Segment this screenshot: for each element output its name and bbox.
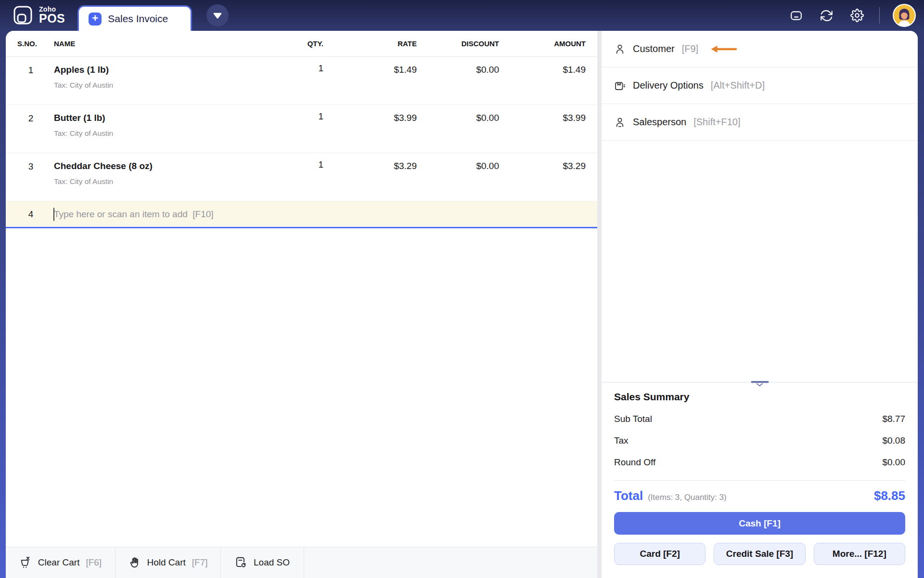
clear-cart-shortcut: [F6]: [86, 557, 102, 568]
salesperson-icon: [614, 117, 626, 128]
zoho-pos-logo-text: Zoho POS: [39, 6, 65, 24]
item-tax: Tax: City of Austin: [54, 177, 270, 186]
avatar[interactable]: [892, 3, 916, 27]
payment-buttons-row: Card [F2] Credit Sale [F3] More... [F12]: [614, 543, 905, 565]
item-amount: $1.49: [499, 65, 586, 105]
roundoff-value: $0.00: [882, 457, 905, 468]
total-label: Total: [614, 488, 643, 503]
zoho-pos-logo: Zoho POS: [13, 5, 65, 26]
col-name: NAME: [44, 39, 270, 48]
tab-sales-invoice[interactable]: + Sales Invoice: [77, 5, 192, 31]
subtotal-label: Sub Total: [614, 414, 652, 424]
table-row[interactable]: 3 Cheddar Cheese (8 oz) Tax: City of Aus…: [6, 153, 597, 201]
item-rate: $3.29: [323, 161, 417, 201]
more-button[interactable]: More... [F12]: [814, 543, 905, 565]
sales-summary-title: Sales Summary: [614, 391, 905, 403]
invoice-panel: S.NO. NAME QTY. RATE DISCOUNT AMOUNT 1 A…: [6, 31, 597, 578]
col-sno: S.NO.: [17, 39, 44, 48]
delivery-icon: [614, 80, 626, 92]
item-tax: Tax: City of Austin: [54, 81, 270, 90]
new-item-row: 4: [6, 201, 597, 228]
item-amount: $3.99: [499, 113, 586, 153]
card-button[interactable]: Card [F2]: [614, 543, 706, 565]
tax-label: Tax: [614, 435, 629, 446]
clear-cart-button[interactable]: Clear Cart [F6]: [6, 547, 116, 578]
customer-option[interactable]: Customer [F9]: [602, 31, 918, 67]
col-rate: RATE: [323, 39, 417, 48]
col-discount: DISCOUNT: [417, 39, 499, 48]
clear-cart-label: Clear Cart: [38, 557, 80, 568]
subtotal-row: Sub Total $8.77: [614, 414, 905, 424]
item-amount: $3.29: [499, 161, 586, 201]
tax-value: $0.08: [882, 435, 905, 446]
credit-sale-button[interactable]: Credit Sale [F3]: [714, 543, 805, 565]
clear-cart-icon: [19, 556, 32, 569]
item-discount: $0.00: [417, 161, 499, 201]
text-caret: [53, 208, 54, 221]
salesperson-option[interactable]: Salesperson [Shift+F10]: [602, 104, 918, 141]
checkout-panel: Customer [F9] Delivery Options [Alt+Shif…: [602, 31, 918, 578]
item-qty[interactable]: 1: [270, 111, 323, 153]
tab-dropdown-button[interactable]: [206, 4, 229, 26]
load-so-label: Load SO: [254, 557, 290, 568]
delivery-options-label: Delivery Options: [633, 80, 704, 91]
zoho-pos-logo-icon: [13, 5, 34, 26]
item-rate: $1.49: [323, 65, 417, 105]
plus-icon: +: [89, 13, 102, 26]
item-tax: Tax: City of Austin: [54, 129, 270, 138]
roundoff-row: Round Off $0.00: [614, 457, 905, 468]
chevron-down-icon: [757, 383, 763, 387]
salesperson-label: Salesperson: [633, 117, 686, 128]
delivery-options-option[interactable]: Delivery Options [Alt+Shift+D]: [602, 67, 918, 104]
sync-icon[interactable]: [820, 9, 833, 22]
collapse-handle[interactable]: [751, 381, 769, 387]
customer-shortcut: [F9]: [682, 43, 698, 54]
item-name: Cheddar Cheese (8 oz): [54, 161, 270, 171]
salesperson-shortcut: [Shift+F10]: [693, 117, 740, 128]
cash-drawer-icon[interactable]: [790, 9, 803, 22]
roundoff-label: Round Off: [614, 457, 655, 468]
topbar-divider: [879, 7, 880, 24]
cash-button[interactable]: Cash [F1]: [614, 512, 905, 535]
hold-cart-label: Hold Cart: [147, 557, 186, 568]
content-area: S.NO. NAME QTY. RATE DISCOUNT AMOUNT 1 A…: [6, 31, 918, 578]
item-search-input[interactable]: [54, 209, 586, 220]
delivery-options-shortcut: [Alt+Shift+D]: [711, 80, 765, 91]
total-value: $8.85: [874, 488, 905, 503]
hold-cart-shortcut: [F7]: [192, 557, 208, 568]
customer-icon: [614, 43, 626, 55]
chevron-down-icon: [213, 13, 222, 19]
subtotal-value: $8.77: [882, 414, 905, 424]
tab-label: Sales Invoice: [108, 13, 168, 25]
sales-summary-section: Sales Summary Sub Total $8.77 Tax $0.08 …: [602, 382, 918, 578]
item-qty[interactable]: 1: [270, 63, 323, 105]
total-meta: (Items: 3, Quantity: 3): [648, 493, 726, 502]
item-name: Apples (1 lb): [54, 65, 270, 75]
total-row: Total (Items: 3, Quantity: 3) $8.85: [614, 488, 905, 503]
item-discount: $0.00: [417, 65, 499, 105]
annotation-arrow-icon: [709, 45, 737, 53]
table-header: S.NO. NAME QTY. RATE DISCOUNT AMOUNT: [6, 31, 597, 57]
item-name: Butter (1 lb): [54, 113, 270, 123]
hold-hand-icon: [128, 556, 141, 569]
top-bar: Zoho POS + Sales Invoice: [0, 0, 924, 31]
hold-cart-button[interactable]: Hold Cart [F7]: [116, 547, 221, 578]
col-qty: QTY.: [270, 39, 323, 48]
col-amount: AMOUNT: [499, 39, 586, 48]
cart-actions-bar: Clear Cart [F6] Hold Cart [F7]: [6, 547, 597, 578]
item-rate: $3.99: [323, 113, 417, 153]
item-discount: $0.00: [417, 113, 499, 153]
summary-divider: [614, 480, 905, 481]
customer-label: Customer: [633, 43, 675, 54]
load-so-icon: [235, 556, 247, 569]
tax-row: Tax $0.08: [614, 435, 905, 446]
table-row[interactable]: 2 Butter (1 lb) Tax: City of Austin 1 $3…: [6, 105, 597, 153]
table-row[interactable]: 1 Apples (1 lb) Tax: City of Austin 1 $1…: [6, 57, 597, 105]
item-qty[interactable]: 1: [270, 159, 323, 201]
load-so-button[interactable]: Load SO: [221, 547, 304, 578]
gear-icon[interactable]: [850, 9, 864, 22]
